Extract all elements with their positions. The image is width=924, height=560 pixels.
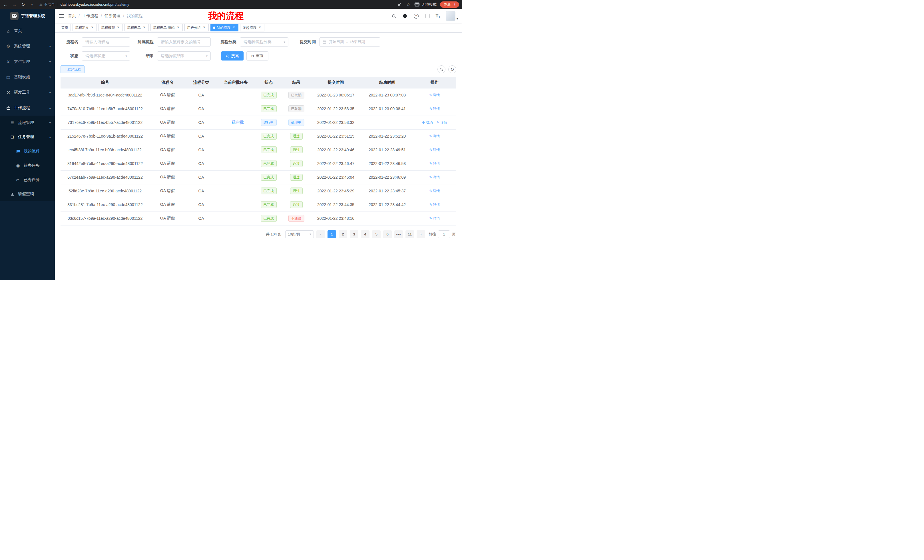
close-icon[interactable]: × — [116, 26, 120, 30]
tab-process-model[interactable]: 流程模型 × — [99, 24, 123, 31]
security-indicator[interactable]: ⚠ 不安全 — [39, 2, 55, 7]
tab-start-process[interactable]: 发起流程 × — [240, 24, 264, 31]
github-icon[interactable] — [402, 13, 408, 19]
browser-reload-button[interactable]: ↻ — [21, 2, 26, 7]
parent-process-input[interactable] — [157, 37, 211, 46]
search-button[interactable]: 搜索 — [221, 51, 244, 60]
tab-my-process[interactable]: 我的流程 × — [210, 24, 238, 31]
help-icon[interactable]: ? — [413, 13, 419, 19]
breadcrumb-task-management[interactable]: 任务管理 — [105, 13, 120, 18]
tab-process-form[interactable]: 流程表单 × — [124, 24, 149, 31]
start-process-button[interactable]: + 发起流程 — [60, 65, 84, 73]
page-button-1[interactable]: 1 — [327, 231, 336, 238]
page-size-value: 10条/页 — [288, 232, 300, 237]
close-icon[interactable]: × — [142, 26, 146, 30]
reset-button[interactable]: ↻ 重置 — [246, 51, 268, 60]
close-icon[interactable]: × — [90, 26, 94, 30]
detail-link[interactable]: ✎详情 — [429, 161, 440, 166]
detail-link[interactable]: ✎详情 — [429, 216, 440, 221]
detail-link[interactable]: ✎详情 — [429, 93, 440, 97]
close-icon[interactable]: × — [258, 26, 262, 30]
hamburger-icon[interactable] — [55, 9, 68, 23]
browser-home-button[interactable]: ⌂ — [29, 2, 34, 7]
font-size-icon[interactable]: TT — [435, 13, 440, 18]
sidebar-item-todo-tasks[interactable]: ◉ 待办任务 — [0, 159, 55, 173]
search-icon[interactable] — [391, 13, 397, 19]
sidebar-item-system[interactable]: ⚙ 系统管理 ▾ — [0, 39, 55, 54]
security-label: 不安全 — [44, 2, 55, 7]
table-row: 819442e8-7b9a-11ec-a290-acde48001122 OA … — [60, 157, 456, 171]
sidebar-item-devtools[interactable]: ⚒ 研发工具 ▾ — [0, 85, 55, 100]
current-task-link[interactable]: 一级审批 — [228, 120, 244, 124]
sidebar-item-payment[interactable]: ¥ 支付管理 ▾ — [0, 54, 55, 69]
detail-link[interactable]: ✎详情 — [429, 106, 440, 111]
cell-submit-time: 2022-01-22 23:51:15 — [310, 129, 362, 143]
page-button-11[interactable]: 11 — [405, 231, 414, 238]
browser-back-button[interactable]: ← — [3, 2, 8, 7]
key-icon[interactable] — [397, 2, 402, 7]
next-page-button[interactable]: › — [417, 231, 425, 238]
search-icon — [226, 54, 229, 58]
breadcrumb-home[interactable]: 首页 — [68, 13, 76, 18]
sidebar-item-done-tasks[interactable]: ✂ 已办任务 — [0, 173, 55, 187]
detail-link[interactable]: ✎详情 — [429, 189, 440, 193]
sidebar-item-leave-query[interactable]: 请假查询 — [0, 187, 55, 201]
browser-menu-kebab-icon[interactable]: ⋮ — [453, 2, 457, 7]
cell-submit-time: 2022-01-23 00:06:17 — [310, 88, 362, 102]
detail-link[interactable]: ✎详情 — [429, 134, 440, 139]
page-size-select[interactable]: 10条/页 ▾ — [285, 231, 314, 238]
user-menu[interactable]: ▾ — [446, 11, 458, 21]
browser-forward-button[interactable]: → — [12, 2, 17, 7]
close-icon[interactable]: × — [176, 26, 180, 30]
more-pages-button[interactable]: ••• — [394, 231, 403, 238]
link-label: 详情 — [433, 161, 440, 166]
page-button-4[interactable]: 4 — [361, 231, 369, 238]
page-button-6[interactable]: 6 — [383, 231, 392, 238]
date-range-picker[interactable]: 开始日期 - 结束日期 — [319, 37, 380, 46]
bookmark-star-icon[interactable]: ☆ — [406, 2, 411, 7]
toggle-search-button[interactable] — [438, 65, 446, 73]
date-end-placeholder: 结束日期 — [350, 39, 365, 45]
sidebar-item-process-management[interactable]: ≣ 流程管理 ▾ — [0, 115, 55, 130]
cell-end-time: 2022-01-22 23:49:51 — [362, 143, 413, 157]
close-icon[interactable]: × — [232, 26, 236, 30]
page-button-5[interactable]: 5 — [372, 231, 381, 238]
update-label: 更新 — [444, 2, 451, 7]
page-button-3[interactable]: 3 — [350, 231, 358, 238]
goto-page-input[interactable] — [438, 231, 450, 238]
detail-link[interactable]: ✎详情 — [436, 120, 447, 125]
fullscreen-icon[interactable] — [424, 13, 430, 19]
prev-page-button[interactable]: ‹ — [316, 231, 325, 238]
refresh-button[interactable]: ↻ — [448, 65, 456, 73]
detail-link[interactable]: ✎详情 — [429, 175, 440, 180]
sidebar-item-my-process[interactable]: 我的流程 — [0, 144, 55, 159]
update-button[interactable]: 更新 ⋮ — [440, 1, 459, 8]
edit-icon: ✎ — [429, 107, 432, 111]
tab-process-definition[interactable]: 流程定义 × — [72, 24, 97, 31]
sidebar-item-home[interactable]: ⌂ 首页 — [0, 23, 55, 39]
tab-user-group[interactable]: 用户分组 × — [184, 24, 209, 31]
tab-process-form-edit[interactable]: 流程表单-编辑 × — [150, 24, 183, 31]
clipboard-icon: ⊟ — [9, 135, 15, 139]
logo[interactable]: 芋道管理系统 — [0, 9, 55, 23]
refresh-icon: ↻ — [251, 54, 254, 58]
result-select[interactable]: 请选择流结果 ▾ — [157, 51, 211, 60]
cell-category: OA — [185, 129, 217, 143]
address-bar[interactable]: ⚠ 不安全 dashboard.yudao.iocoder.cn/bpm/tas… — [39, 2, 393, 7]
cell-submit-time: 2022-01-22 23:44:35 — [310, 198, 362, 211]
tab-home[interactable]: 首页 — [59, 24, 71, 31]
cancel-link[interactable]: ⊘取消 — [422, 120, 433, 125]
sidebar-item-infrastructure[interactable]: ▤ 基础设施 ▾ — [0, 69, 55, 85]
detail-link[interactable]: ✎详情 — [429, 148, 440, 153]
detail-link[interactable]: ✎详情 — [429, 202, 440, 207]
process-name-input[interactable] — [82, 37, 130, 46]
status-select[interactable]: 请选择状态 ▾ — [82, 51, 130, 60]
sidebar-item-workflow[interactable]: 工作流程 ▴ — [0, 100, 55, 115]
page-button-2[interactable]: 2 — [339, 231, 347, 238]
tab-label: 用户分组 — [187, 25, 201, 30]
close-icon[interactable]: × — [202, 26, 206, 30]
chevron-up-icon: ▴ — [49, 106, 51, 110]
sidebar-item-task-management[interactable]: ⊟ 任务管理 ▴ — [0, 130, 55, 144]
breadcrumb-workflow[interactable]: 工作流程 — [82, 13, 98, 18]
category-select[interactable]: 请选择流程分类 ▾ — [240, 37, 288, 46]
